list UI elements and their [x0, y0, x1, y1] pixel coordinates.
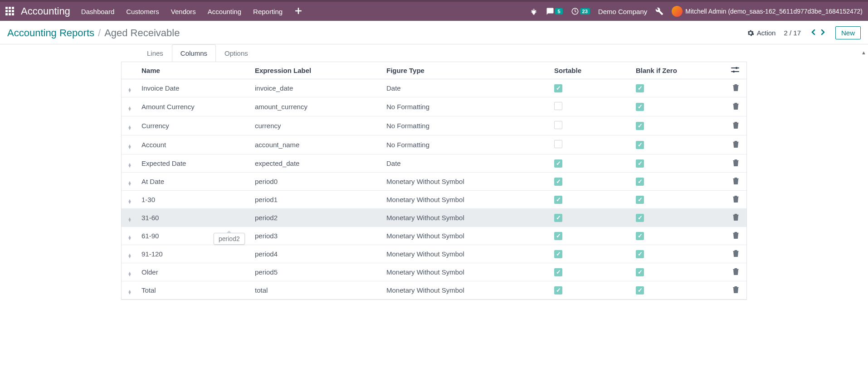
delete-row-button[interactable] [732, 269, 739, 276]
blank-checkbox[interactable] [636, 214, 644, 222]
table-row[interactable]: ▲▼At Dateperiod0Monetary Without Symbol [122, 173, 746, 191]
cell-figure[interactable]: Monetary Without Symbol [383, 209, 551, 227]
pager-prev[interactable] [809, 27, 817, 39]
delete-row-button[interactable] [732, 287, 739, 294]
table-row[interactable]: ▲▼Invoice Dateinvoice_dateDate [122, 79, 746, 97]
cell-name[interactable]: 31-60 [138, 209, 251, 227]
delete-row-button[interactable] [732, 196, 739, 204]
sortable-checkbox[interactable] [554, 232, 562, 240]
blank-checkbox[interactable] [636, 84, 644, 92]
sortable-checkbox[interactable] [554, 159, 562, 168]
cell-sortable[interactable] [551, 281, 632, 299]
cell-figure[interactable]: Monetary Without Symbol [383, 281, 551, 299]
cell-expression[interactable]: period4 [251, 245, 383, 263]
blank-checkbox[interactable] [636, 286, 644, 294]
menu-vendors[interactable]: Vendors [171, 8, 196, 15]
table-row[interactable]: ▲▼Amount Currencyamount_currencyNo Forma… [122, 97, 746, 116]
cell-sortable[interactable] [551, 209, 632, 227]
menu-reporting[interactable]: Reporting [253, 8, 283, 15]
blank-checkbox[interactable] [636, 141, 644, 149]
new-button[interactable]: New [835, 26, 861, 39]
cell-name[interactable]: Expected Date [138, 154, 251, 173]
cell-name[interactable]: Invoice Date [138, 79, 251, 97]
blank-checkbox[interactable] [636, 250, 644, 258]
cell-name[interactable]: 1-30 [138, 191, 251, 209]
tools-button[interactable] [655, 7, 663, 15]
sortable-checkbox[interactable] [554, 140, 562, 148]
cell-expression[interactable]: account_name [251, 135, 383, 154]
cell-blank[interactable] [632, 281, 724, 299]
table-row[interactable]: ▲▼31-60period2Monetary Without Symbol [122, 209, 746, 227]
cell-expression[interactable]: period3 [251, 227, 383, 245]
activities-button[interactable]: 23 [571, 7, 590, 15]
column-settings-button[interactable] [731, 67, 739, 74]
cell-sortable[interactable] [551, 245, 632, 263]
sortable-checkbox[interactable] [554, 286, 562, 294]
header-expression[interactable]: Expression Label [251, 62, 383, 79]
cell-name[interactable]: Older [138, 263, 251, 281]
cell-sortable[interactable] [551, 154, 632, 173]
drag-handle[interactable]: ▲▼ [122, 263, 138, 281]
cell-sortable[interactable] [551, 191, 632, 209]
header-name[interactable]: Name [138, 62, 251, 79]
tab-lines[interactable]: Lines [138, 44, 172, 62]
cell-blank[interactable] [632, 209, 724, 227]
cell-name[interactable]: 91-120 [138, 245, 251, 263]
cell-sortable[interactable] [551, 135, 632, 154]
drag-handle[interactable]: ▲▼ [122, 154, 138, 173]
delete-row-button[interactable] [732, 251, 739, 258]
cell-sortable[interactable] [551, 227, 632, 245]
blank-checkbox[interactable] [636, 122, 644, 130]
debug-icon[interactable] [530, 7, 538, 15]
cell-sortable[interactable] [551, 263, 632, 281]
cell-expression[interactable]: invoice_date [251, 79, 383, 97]
cell-blank[interactable] [632, 135, 724, 154]
cell-expression[interactable]: expected_date [251, 154, 383, 173]
cell-name[interactable]: Account [138, 135, 251, 154]
blank-checkbox[interactable] [636, 178, 644, 186]
app-brand[interactable]: Accounting [21, 5, 70, 17]
messages-button[interactable]: 5 [546, 7, 562, 15]
cell-expression[interactable]: amount_currency [251, 97, 383, 116]
blank-checkbox[interactable] [636, 196, 644, 204]
cell-blank[interactable] [632, 116, 724, 135]
cell-blank[interactable] [632, 97, 724, 116]
cell-name[interactable]: At Date [138, 173, 251, 191]
header-figure[interactable]: Figure Type [383, 62, 551, 79]
cell-name[interactable]: Currency [138, 116, 251, 135]
drag-handle[interactable]: ▲▼ [122, 209, 138, 227]
cell-figure[interactable]: No Formatting [383, 116, 551, 135]
delete-row-button[interactable] [732, 85, 739, 92]
scroll-up-indicator[interactable]: ▲ [861, 50, 866, 55]
action-dropdown[interactable]: Action [747, 29, 776, 37]
drag-handle[interactable]: ▲▼ [122, 79, 138, 97]
header-blank[interactable]: Blank if Zero [632, 62, 724, 79]
drag-handle[interactable]: ▲▼ [122, 173, 138, 191]
cell-sortable[interactable] [551, 173, 632, 191]
cell-figure[interactable]: Monetary Without Symbol [383, 263, 551, 281]
sortable-checkbox[interactable] [554, 84, 562, 92]
cell-expression[interactable]: period2 [251, 209, 383, 227]
cell-figure[interactable]: Date [383, 79, 551, 97]
sortable-checkbox[interactable] [554, 268, 562, 276]
drag-handle[interactable]: ▲▼ [122, 135, 138, 154]
table-row[interactable]: ▲▼CurrencycurrencyNo Formatting [122, 116, 746, 135]
blank-checkbox[interactable] [636, 103, 644, 111]
drag-handle[interactable]: ▲▼ [122, 245, 138, 263]
cell-figure[interactable]: Monetary Without Symbol [383, 245, 551, 263]
cell-expression[interactable]: period0 [251, 173, 383, 191]
delete-row-button[interactable] [732, 232, 739, 240]
company-selector[interactable]: Demo Company [598, 8, 647, 15]
cell-name[interactable]: Total [138, 281, 251, 299]
drag-handle[interactable]: ▲▼ [122, 281, 138, 299]
drag-handle[interactable]: ▲▼ [122, 97, 138, 116]
delete-row-button[interactable] [732, 103, 739, 111]
sortable-checkbox[interactable] [554, 102, 562, 110]
tab-columns[interactable]: Columns [172, 44, 216, 62]
cell-sortable[interactable] [551, 116, 632, 135]
blank-checkbox[interactable] [636, 159, 644, 168]
cell-figure[interactable]: Monetary Without Symbol [383, 191, 551, 209]
table-row[interactable]: ▲▼91-120period4Monetary Without Symbol [122, 245, 746, 263]
user-menu[interactable]: Mitchell Admin (demo_saas-162_5611d977d3… [672, 6, 863, 17]
header-sortable[interactable]: Sortable [551, 62, 632, 79]
